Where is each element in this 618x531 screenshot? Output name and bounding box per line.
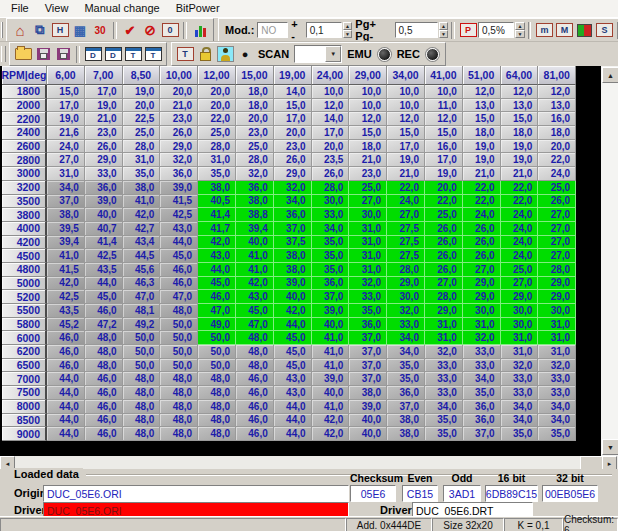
open-folder-icon[interactable]	[14, 45, 32, 63]
map-cell[interactable]: 19,0	[501, 153, 539, 167]
map-cell[interactable]: 32,0	[349, 277, 387, 291]
map-cell[interactable]: 18,0	[349, 140, 387, 154]
vertical-scrollbar[interactable]: ▲ ▼	[601, 66, 618, 456]
map-cell[interactable]: 43,0	[198, 249, 236, 263]
map-cell[interactable]: 17,0	[85, 85, 123, 99]
map-cell[interactable]: 41,0	[47, 249, 85, 263]
map-cell[interactable]: 44,5	[123, 249, 161, 263]
map-cell[interactable]: 40,0	[312, 386, 350, 400]
map-cell[interactable]: 31,0	[349, 236, 387, 250]
map-cell[interactable]: 35,0	[425, 414, 463, 428]
map-cell[interactable]: 38,0	[123, 181, 161, 195]
map-cell[interactable]: 29,0	[160, 140, 198, 154]
map-cell[interactable]: 44,0	[47, 400, 85, 414]
map-cell[interactable]: 19,0	[123, 85, 161, 99]
map-cell[interactable]: 45,0	[198, 277, 236, 291]
map-cell[interactable]: 34,0	[312, 222, 350, 236]
map-cell[interactable]: 33,0	[425, 372, 463, 386]
map-cell[interactable]: 48,0	[236, 345, 274, 359]
map-cell[interactable]: 32,0	[538, 359, 576, 373]
map-cell[interactable]: 26,0	[425, 222, 463, 236]
map-cell[interactable]: 38,0	[274, 249, 312, 263]
map-cell[interactable]: 22,5	[123, 112, 161, 126]
map-cell[interactable]: 28,0	[198, 140, 236, 154]
map-window-t1-icon[interactable]: T	[125, 47, 142, 61]
scroll-down-icon[interactable]: ▼	[602, 439, 618, 455]
map-cell[interactable]: 33,0	[463, 359, 501, 373]
row-header[interactable]: 3800	[2, 208, 47, 222]
percent-icon[interactable]: P	[460, 23, 477, 37]
map-cell[interactable]: 38,0	[198, 181, 236, 195]
menu-bitpower[interactable]: BitPower	[168, 1, 228, 16]
map-cell[interactable]: 44,0	[274, 318, 312, 332]
map-cell[interactable]: 20,0	[312, 140, 350, 154]
row-header[interactable]: 2000	[2, 99, 47, 113]
cancel-icon[interactable]: ⊘	[141, 21, 159, 39]
map-cell[interactable]: 29,0	[538, 290, 576, 304]
map-cell[interactable]: 40,0	[349, 427, 387, 441]
col-header[interactable]: 64,00	[501, 66, 539, 85]
row-header[interactable]: 6200	[2, 345, 47, 359]
map-cell[interactable]: 50,0	[123, 331, 161, 345]
map-cell[interactable]: 19,0	[501, 140, 539, 154]
map-cell[interactable]: 33,0	[538, 386, 576, 400]
map-cell[interactable]: 12,0	[387, 112, 425, 126]
map-cell[interactable]: 22,0	[501, 181, 539, 195]
percent-spinner[interactable]: ▲▼	[515, 22, 525, 38]
map-cell[interactable]: 21,0	[501, 167, 539, 181]
map-cell[interactable]: 28,0	[425, 290, 463, 304]
map-cell[interactable]: 47,2	[85, 318, 123, 332]
map-cell[interactable]: 44,0	[274, 400, 312, 414]
map-cell[interactable]: 42,5	[47, 290, 85, 304]
driver-person-icon[interactable]	[216, 45, 234, 63]
map-cell[interactable]: 21,0	[387, 167, 425, 181]
map-cell[interactable]: 44,0	[274, 414, 312, 428]
deg-30-icon[interactable]: 30	[91, 21, 109, 39]
map-cell[interactable]: 46,0	[236, 427, 274, 441]
map-cell[interactable]: 46,0	[160, 277, 198, 291]
map-cell[interactable]: 31,0	[198, 153, 236, 167]
map-cell[interactable]: 39,4	[47, 236, 85, 250]
col-header[interactable]: 10,00	[160, 66, 198, 85]
map-cell[interactable]: 32,0	[501, 359, 539, 373]
map-cell[interactable]: 45,2	[47, 318, 85, 332]
row-header[interactable]: 5000	[2, 277, 47, 291]
map-cell[interactable]: 48,0	[198, 386, 236, 400]
step-value-field[interactable]: 0,1	[306, 22, 342, 38]
map-cell[interactable]: 35,0	[312, 249, 350, 263]
map-cell[interactable]: 37,0	[349, 331, 387, 345]
map-cell[interactable]: 41,4	[198, 208, 236, 222]
map-cell[interactable]: 17,0	[274, 112, 312, 126]
map-cell[interactable]: 44,0	[85, 277, 123, 291]
map-cell[interactable]: 39,4	[236, 222, 274, 236]
map-cell[interactable]: 26,0	[463, 222, 501, 236]
map-cell[interactable]: 26,0	[425, 249, 463, 263]
map-cell[interactable]: 20,0	[160, 85, 198, 99]
map-cell[interactable]: 37,0	[387, 400, 425, 414]
map-cell[interactable]: 49,0	[198, 318, 236, 332]
row-header[interactable]: 2600	[2, 140, 47, 154]
map-cell[interactable]: 21,0	[85, 112, 123, 126]
map-cell[interactable]: 32,0	[274, 181, 312, 195]
map-cell[interactable]: 46,0	[47, 331, 85, 345]
mod-value-field[interactable]: NO	[257, 22, 288, 38]
map-cell[interactable]: 35,0	[349, 304, 387, 318]
map-cell[interactable]: 22,0	[463, 195, 501, 209]
col-header[interactable]: 81,00	[538, 66, 576, 85]
map-cell[interactable]: 50,0	[160, 345, 198, 359]
map-cell[interactable]: 48,0	[160, 386, 198, 400]
map-cell[interactable]: 32,0	[160, 153, 198, 167]
map-cell[interactable]: 15,0	[425, 126, 463, 140]
map-cell[interactable]: 31,0	[501, 345, 539, 359]
map-h-icon[interactable]: H	[52, 23, 69, 37]
map-window-d1-icon[interactable]: D	[85, 47, 102, 61]
map-cell[interactable]: 46,0	[236, 372, 274, 386]
row-header[interactable]: 9000	[2, 427, 47, 441]
col-header[interactable]: 24,00	[312, 66, 350, 85]
map-cell[interactable]: 15,0	[463, 112, 501, 126]
map-cell[interactable]: 34,0	[274, 195, 312, 209]
menu-manual-change[interactable]: Manual change	[76, 1, 167, 16]
map-cell[interactable]: 36,0	[463, 414, 501, 428]
map-cell[interactable]: 22,0	[501, 195, 539, 209]
map-cell[interactable]: 26,0	[274, 153, 312, 167]
